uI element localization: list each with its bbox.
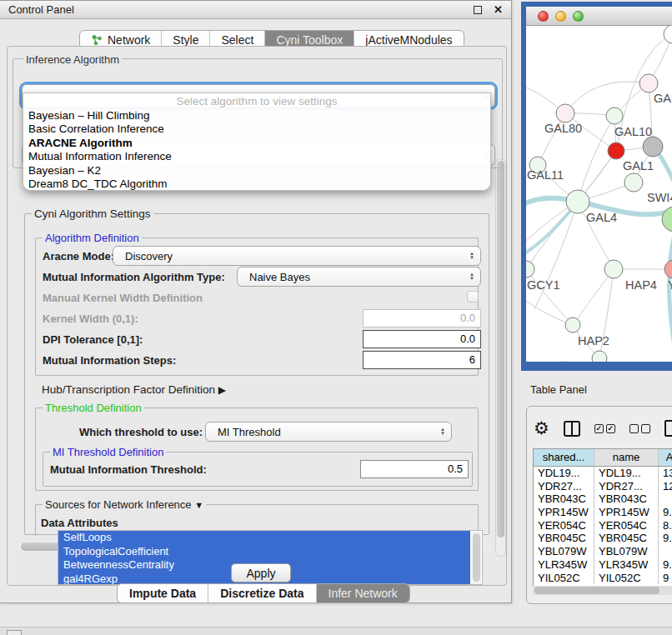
kernel-width-label: Kernel Width (0,1): xyxy=(43,312,138,325)
dpi-tolerance-field[interactable]: 0.0 xyxy=(363,330,481,348)
table-horizontal-scrollbar-thumb[interactable] xyxy=(534,587,659,594)
table-row[interactable]: YPR145W YPR145W 9. xyxy=(534,506,672,519)
zoom-traffic-light-icon[interactable] xyxy=(573,11,584,22)
hub-definition-expander[interactable]: Hub/Transcription Factor Definition ▶ xyxy=(42,383,226,396)
tab-impute-data-label: Impute Data xyxy=(129,587,196,600)
which-threshold-value: MI Threshold xyxy=(218,426,281,438)
node-label: GAL xyxy=(654,92,672,105)
node-salmon[interactable] xyxy=(664,260,672,278)
threshold-definition-group: Threshold Definition Which threshold to … xyxy=(35,408,479,491)
table-panel-title: Table Panel xyxy=(530,383,587,396)
node-gal[interactable] xyxy=(639,74,658,92)
attribute-item[interactable]: SelfLoops xyxy=(58,531,470,545)
node-label: Y xyxy=(668,278,672,292)
dropdown-item[interactable]: Mutual Information Inference xyxy=(23,150,490,163)
sources-group-title[interactable]: Sources for Network Inference ▼ xyxy=(43,498,206,511)
node-gal10[interactable] xyxy=(606,108,623,124)
dropdown-item[interactable]: Basic Correlation Inference xyxy=(23,122,490,136)
attribute-list-scrollbar[interactable] xyxy=(471,532,481,585)
cell: YDL19... xyxy=(534,467,594,480)
node-label: GAL4 xyxy=(586,211,617,224)
tab-impute-data[interactable]: Impute Data xyxy=(118,584,208,602)
algorithm-definition-title: Algorithm Definition xyxy=(43,232,142,244)
table-row[interactable]: YBR043C YBR043C xyxy=(534,492,672,506)
table-row[interactable]: YBL079W YBL079W xyxy=(534,545,672,558)
aracne-mode-combobox[interactable]: Discovery ▲▼ xyxy=(113,246,481,266)
cell: YPR145W xyxy=(534,506,594,519)
node-hap4[interactable] xyxy=(604,260,623,278)
table-row[interactable]: YIL052C YIL052C 9 xyxy=(534,572,672,585)
mi-threshold-field[interactable]: 0.5 xyxy=(360,460,469,478)
table-row[interactable]: YBR045C YBR045C 9. xyxy=(534,532,672,545)
table-horizontal-scrollbar[interactable] xyxy=(533,586,672,595)
node-gal4[interactable] xyxy=(566,190,589,213)
columns-icon[interactable] xyxy=(564,421,580,437)
cyni-content-panel: Inference Algorithm ▲▼ galFiltered.sif d… xyxy=(7,46,507,586)
attribute-item[interactable]: TopologicalCoefficient xyxy=(58,545,470,559)
column-header-shared-name[interactable]: shared... xyxy=(534,449,594,466)
dropdown-item[interactable]: Dream8 DC_TDC Algorithm xyxy=(23,178,490,191)
kernel-width-field[interactable]: 0.0 xyxy=(363,309,481,328)
node-hap2[interactable] xyxy=(565,318,580,332)
minimize-traffic-light-icon[interactable] xyxy=(555,11,566,22)
node-grey[interactable] xyxy=(643,137,663,157)
network-view-window: GAL GAL80 GAL10 GAL1 GAL11 SWI4 GAL4 GCY… xyxy=(521,2,672,371)
deselect-all-checkboxes-icon[interactable] xyxy=(629,424,650,433)
which-threshold-combobox[interactable]: MI Threshold ▲▼ xyxy=(205,422,452,442)
node[interactable] xyxy=(664,26,672,43)
vertical-scrollbar[interactable] xyxy=(495,158,506,557)
checked-checkbox-icon: ✓ xyxy=(606,424,615,433)
inference-algorithm-group-title: Inference Algorithm xyxy=(23,53,122,66)
network-icon xyxy=(91,34,103,46)
apply-button[interactable]: Apply xyxy=(231,563,291,582)
tab-network-label: Network xyxy=(108,33,150,47)
mi-type-combobox[interactable]: Naive Bayes ▲▼ xyxy=(237,267,481,287)
dropdown-item-selected[interactable]: ARACNE Algorithm xyxy=(23,137,490,150)
column-header-name[interactable]: name xyxy=(594,449,658,466)
node-label: GAL10 xyxy=(614,125,652,138)
table-row[interactable]: YDR27... YDR27... 12 xyxy=(534,480,672,493)
cell xyxy=(658,492,672,506)
vertical-scrollbar-thumb[interactable] xyxy=(497,161,504,538)
dropdown-item[interactable]: Bayesian – Hill Climbing xyxy=(23,109,490,122)
mi-type-label: Mutual Information Algorithm Type: xyxy=(43,271,225,283)
dropdown-item[interactable]: Bayesian – K2 xyxy=(23,164,490,178)
dpi-tolerance-label: DPI Tolerance [0,1]: xyxy=(43,333,143,346)
cell: 9 xyxy=(658,572,672,585)
select-all-checkboxes-icon[interactable]: ✓ ✓ xyxy=(594,424,615,433)
table-row[interactable]: YLR345W YLR345W 9. xyxy=(534,558,672,572)
mini-button[interactable] xyxy=(7,630,22,635)
mi-type-value: Naive Bayes xyxy=(249,271,310,283)
cell xyxy=(658,545,672,558)
network-canvas[interactable]: GAL GAL80 GAL10 GAL1 GAL11 SWI4 GAL4 GCY… xyxy=(526,26,672,362)
close-icon[interactable]: ✕ xyxy=(494,6,503,14)
column-header-partial[interactable]: A xyxy=(658,449,672,466)
node-label: HAP2 xyxy=(578,334,609,348)
stepper-icon: ▲▼ xyxy=(469,252,474,260)
node-label: HAP4 xyxy=(625,278,657,292)
table-row[interactable]: YER054C YER054C 8. xyxy=(534,519,672,532)
node-gal80[interactable] xyxy=(556,104,574,122)
close-traffic-light-icon[interactable] xyxy=(538,11,549,22)
bottom-tabstrip: Impute Data Discretize Data Infer Networ… xyxy=(117,583,410,603)
tab-infer-network[interactable]: Infer Network xyxy=(317,584,409,602)
gear-icon[interactable]: ⚙ xyxy=(534,420,549,437)
node-gcy1[interactable] xyxy=(526,261,534,278)
table-row[interactable]: YDL19... YDL19... 13 xyxy=(534,467,672,480)
manual-kernel-checkbox[interactable] xyxy=(467,291,479,302)
node[interactable] xyxy=(592,351,607,362)
document-icon[interactable] xyxy=(664,420,672,437)
tab-select-label: Select xyxy=(221,33,253,47)
table-panel: ⚙ ✓ ✓ shared... name A YDL19... YDL19...… xyxy=(526,406,672,604)
float-window-icon[interactable] xyxy=(474,6,482,14)
app-root: Control Panel ✕ Network Style Se xyxy=(0,0,672,635)
node-label: SWI4 xyxy=(647,191,672,204)
tab-discretize-data[interactable]: Discretize Data xyxy=(208,584,316,602)
node-swi4[interactable] xyxy=(624,173,643,192)
node-gal1[interactable] xyxy=(608,142,624,159)
cell: YBR043C xyxy=(594,492,658,506)
cell: YIL052C xyxy=(594,572,658,585)
aracne-mode-value: Discovery xyxy=(125,250,173,262)
mi-steps-field[interactable]: 6 xyxy=(363,351,481,369)
attribute-list-scrollbar-thumb[interactable] xyxy=(473,533,480,582)
